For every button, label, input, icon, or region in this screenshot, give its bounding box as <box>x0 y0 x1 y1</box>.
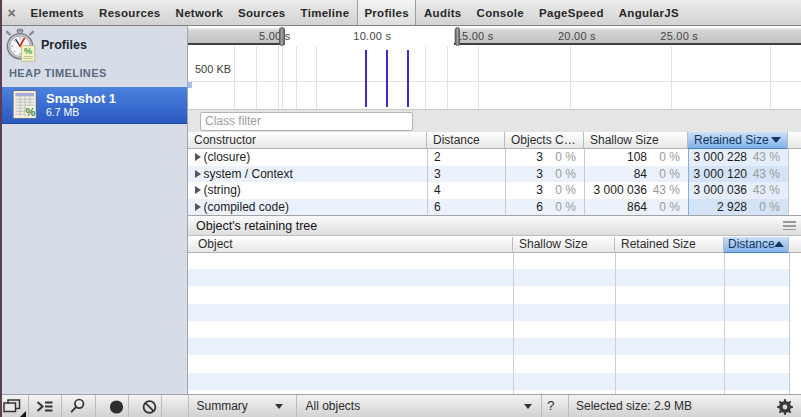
objects-value: 3 <box>505 150 543 164</box>
retaining-tree-column-header-object[interactable]: Object <box>188 237 513 254</box>
ruler-label: 25.00 s <box>660 28 698 44</box>
statusbar-divider <box>161 395 162 417</box>
heap-timeline-overview: 500 KB 5.00 s10.00 s15.00 s20.00 s25.00 … <box>188 26 801 109</box>
objects-select-value[interactable]: All objects <box>306 395 361 417</box>
dock-side-button[interactable] <box>3 399 21 417</box>
tab-timeline[interactable]: Timeline <box>293 0 357 25</box>
objects-select-arrow-icon[interactable] <box>524 404 532 409</box>
tab-pagespeed[interactable]: PageSpeed <box>532 0 612 25</box>
constructors-column-header-retained-size[interactable]: Retained Size <box>688 132 788 149</box>
overview-gridline <box>570 46 571 109</box>
expand-arrow-icon[interactable] <box>195 186 201 194</box>
overview-gridline <box>478 46 479 109</box>
class-filter-input[interactable] <box>200 112 413 131</box>
overview-window-left-resizer[interactable] <box>279 27 285 46</box>
overview-gridline <box>671 46 672 109</box>
constructors-grid-body: (closure)230 %1080 %3 000 22843 %system … <box>188 149 801 215</box>
retaining-tree-column-header-shallow-size[interactable]: Shallow Size <box>513 237 615 254</box>
constructor-row[interactable]: (string)430 %3 000 03643 %3 000 03643 % <box>188 182 788 199</box>
column-divider <box>788 149 789 215</box>
tab-angularjs[interactable]: AngularJS <box>611 0 686 25</box>
objects-percent: 0 % <box>543 150 584 164</box>
sidebar-item-profiles-label: Profiles <box>41 38 87 52</box>
overview-gridline <box>234 46 235 109</box>
help-button[interactable]: ? <box>547 395 555 417</box>
column-divider <box>505 149 506 215</box>
constructor-row[interactable]: system / Context330 %840 %3 000 12043 % <box>188 166 788 183</box>
column-divider <box>724 253 725 395</box>
tab-console[interactable]: Console <box>469 0 531 25</box>
retained-percent: 43 % <box>747 150 788 164</box>
retained-cell: 2 9280 % <box>688 199 788 216</box>
tab-audits[interactable]: Audits <box>416 0 469 25</box>
empty-row-stripe <box>188 269 789 286</box>
retaining-tree-column-header-distance[interactable]: Distance <box>724 237 789 254</box>
allocation-bar <box>407 50 410 107</box>
constructors-grid-header: ConstructorDistanceObjects C…Shallow Siz… <box>188 132 801 149</box>
constructors-column-header-objects-c-[interactable]: Objects C… <box>505 132 584 149</box>
expand-arrow-icon[interactable] <box>195 170 201 178</box>
constructors-column-header-shallow-size[interactable]: Shallow Size <box>584 132 688 149</box>
show-console-button[interactable] <box>36 400 54 417</box>
objects-cell: 60 % <box>505 200 584 214</box>
snapshot-size: 6.7 MB <box>46 106 79 118</box>
constructors-column-header-distance[interactable]: Distance <box>427 132 505 149</box>
objects-percent: 0 % <box>543 200 584 214</box>
constructor-row[interactable]: (closure)230 %1080 %3 000 22843 % <box>188 149 788 166</box>
constructor-row[interactable]: (compiled code)660 %8640 %2 9280 % <box>188 199 788 216</box>
tab-sources[interactable]: Sources <box>231 0 293 25</box>
column-header-label: Object <box>198 237 233 251</box>
retaining-tree-column-header-corner[interactable] <box>789 237 801 254</box>
settings-gear-button[interactable] <box>776 398 794 417</box>
constructors-column-header-corner[interactable] <box>788 132 801 149</box>
empty-row-stripe <box>188 338 789 355</box>
objects-value: 6 <box>505 200 543 214</box>
constructor-name: (closure) <box>204 150 251 164</box>
shallow-cell: 1080 % <box>584 150 688 164</box>
overview-gridline <box>447 46 448 109</box>
retaining-tree-header: ObjectShallow SizeRetained SizeDistance <box>188 237 801 254</box>
clear-button[interactable] <box>142 400 157 417</box>
shallow-percent: 0 % <box>647 150 688 164</box>
column-header-label: Objects C… <box>511 133 576 147</box>
sort-descending-arrow-icon <box>771 137 781 143</box>
retaining-tree-splitter[interactable]: Object's retaining tree <box>188 215 801 236</box>
summary-select-value[interactable]: Summary <box>197 395 248 417</box>
search-button[interactable] <box>69 398 86 417</box>
record-button[interactable] <box>109 400 124 417</box>
constructor-cell: (string) <box>188 183 427 197</box>
shallow-value: 3 000 036 <box>584 183 647 197</box>
expand-arrow-icon[interactable] <box>195 203 201 211</box>
expand-arrow-icon[interactable] <box>195 153 201 161</box>
statusbar: Summary All objects ? Selected size: 2.9… <box>0 394 801 417</box>
constructors-column-header-constructor[interactable]: Constructor <box>188 132 427 149</box>
shallow-percent: 0 % <box>647 167 688 181</box>
overview-gridline <box>425 46 426 109</box>
window-left-edge <box>0 0 2 417</box>
column-header-label: Shallow Size <box>519 237 588 251</box>
tab-elements[interactable]: Elements <box>23 0 92 25</box>
heap-timelines-section-header: HEAP TIMELINES <box>9 67 107 79</box>
objects-value: 3 <box>505 183 543 197</box>
ruler-label: 20.00 s <box>558 28 596 44</box>
empty-row-stripe <box>188 373 789 390</box>
profiles-sidebar: % Profiles HEAP TIMELINES <box>0 26 188 395</box>
retaining-tree-column-header-retained-size[interactable]: Retained Size <box>615 237 724 254</box>
column-header-label: Distance <box>728 237 774 251</box>
sidebar-item-snapshot-1[interactable]: % Snapshot 1 6.7 MB <box>0 87 187 125</box>
retained-value: 3 000 036 <box>688 183 747 197</box>
overview-window-right-resizer[interactable] <box>455 27 461 46</box>
tab-network[interactable]: Network <box>168 0 230 25</box>
sort-ascending-arrow-icon <box>774 241 784 247</box>
sidebar-item-profiles[interactable]: % Profiles <box>0 27 187 63</box>
tab-resources[interactable]: Resources <box>92 0 169 25</box>
dock-longpress-indicator-icon <box>20 411 26 417</box>
column-header-label: Shallow Size <box>590 133 659 147</box>
stopwatch-percent-icon: % <box>3 28 39 68</box>
tab-profiles[interactable]: Profiles <box>357 0 417 25</box>
close-devtools-button[interactable]: × <box>0 0 23 25</box>
summary-select-arrow-icon[interactable] <box>275 404 283 409</box>
objects-cell: 30 % <box>505 167 584 181</box>
overview-window-curtain-right <box>454 27 801 45</box>
ruler-label: 10.00 s <box>353 28 391 44</box>
